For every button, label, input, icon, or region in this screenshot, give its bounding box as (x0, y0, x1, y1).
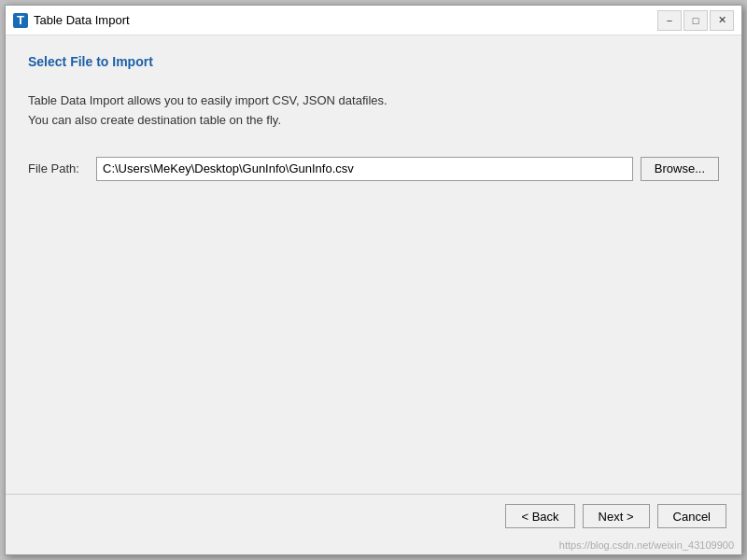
title-bar: T Table Data Import − □ ✕ (6, 6, 741, 35)
file-path-input[interactable] (96, 157, 633, 181)
window-title: Table Data Import (34, 13, 657, 27)
cancel-button[interactable]: Cancel (657, 504, 726, 528)
back-button[interactable]: < Back (505, 504, 574, 528)
watermark: https://blog.csdn.net/weixin_43109900 (6, 538, 741, 554)
description-line1: Table Data Import allows you to easily i… (28, 91, 719, 111)
browse-button[interactable]: Browse... (641, 157, 719, 181)
spacer (28, 196, 719, 475)
window-icon: T (13, 13, 28, 28)
description-text: Table Data Import allows you to easily i… (28, 91, 719, 131)
next-button[interactable]: Next > (583, 504, 650, 528)
close-button[interactable]: ✕ (710, 10, 734, 31)
main-window: T Table Data Import − □ ✕ Select File to… (5, 5, 742, 555)
main-content: Select File to Import Table Data Import … (6, 35, 741, 494)
minimize-button[interactable]: − (657, 10, 682, 31)
description-line2: You can also create destination table on… (28, 111, 719, 131)
bottom-bar: < Back Next > Cancel (6, 494, 741, 538)
window-controls: − □ ✕ (657, 10, 734, 31)
file-path-row: File Path: Browse... (28, 157, 719, 181)
page-heading: Select File to Import (28, 54, 719, 69)
maximize-button[interactable]: □ (684, 10, 708, 31)
file-path-label: File Path: (28, 161, 89, 175)
